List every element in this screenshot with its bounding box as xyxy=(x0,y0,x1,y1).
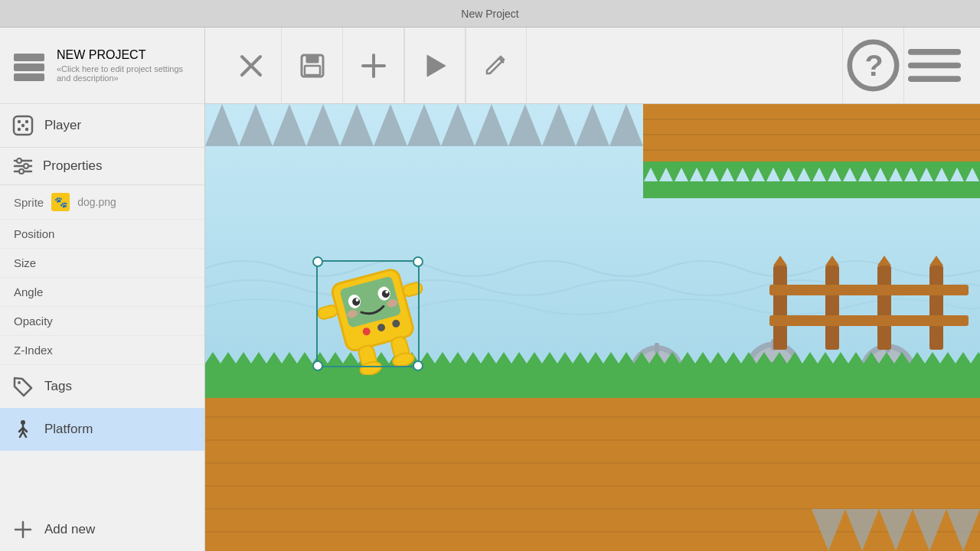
close-button[interactable] xyxy=(220,28,282,104)
project-header[interactable]: NEW PROJECT «Click here to edit project … xyxy=(0,28,204,104)
help-button[interactable]: ? xyxy=(842,28,903,104)
sliders-icon xyxy=(12,155,34,177)
svg-point-6 xyxy=(18,128,21,131)
selection-box xyxy=(316,260,420,367)
svg-marker-31 xyxy=(427,55,446,77)
sidebar-item-tags[interactable]: Tags xyxy=(0,365,204,408)
add-scene-button[interactable] xyxy=(343,28,404,104)
svg-marker-79 xyxy=(929,256,943,266)
menu-button[interactable] xyxy=(903,28,965,104)
svg-marker-78 xyxy=(877,256,891,266)
svg-marker-41 xyxy=(643,160,980,183)
svg-text:?: ? xyxy=(865,48,884,82)
sidebar-item-properties[interactable]: Properties xyxy=(0,147,204,185)
svg-point-13 xyxy=(24,164,28,168)
title-text: New Project xyxy=(461,8,518,20)
svg-rect-1 xyxy=(14,64,44,71)
svg-point-8 xyxy=(21,124,24,127)
sidebar-item-add-new[interactable]: Add new xyxy=(0,508,204,551)
sel-handle-br[interactable] xyxy=(413,360,423,371)
dice-icon xyxy=(12,115,34,136)
bottom-spikes xyxy=(812,509,980,551)
svg-marker-76 xyxy=(773,256,787,266)
walk-icon xyxy=(12,419,34,440)
svg-rect-75 xyxy=(929,266,943,350)
prop-z-index[interactable]: Z-Index xyxy=(0,336,204,365)
svg-rect-42 xyxy=(643,181,980,198)
prop-position[interactable]: Position xyxy=(0,220,204,249)
game-scene xyxy=(205,104,980,551)
top-platform-dirt xyxy=(643,104,980,161)
save-button[interactable] xyxy=(282,28,343,104)
fence xyxy=(766,254,972,354)
project-name: NEW PROJECT xyxy=(57,48,194,62)
edit-button[interactable] xyxy=(466,28,527,104)
sel-handle-bl[interactable] xyxy=(312,360,323,371)
svg-rect-74 xyxy=(877,266,891,350)
player-character[interactable] xyxy=(312,253,435,375)
layers-icon xyxy=(11,47,47,84)
properties-list: Sprite 🐾 dog.png Position Size Angle Opa… xyxy=(0,185,204,365)
svg-rect-2 xyxy=(14,73,44,81)
svg-rect-27 xyxy=(306,55,318,63)
main-layout: NEW PROJECT «Click here to edit project … xyxy=(0,28,980,551)
svg-point-12 xyxy=(17,158,21,163)
sprite-label: Sprite xyxy=(14,196,44,209)
svg-rect-0 xyxy=(14,54,44,61)
sel-handle-tr[interactable] xyxy=(413,256,423,267)
tags-label: Tags xyxy=(44,379,72,394)
ground-dirt xyxy=(205,398,980,551)
player-label: Player xyxy=(44,118,81,133)
sel-handle-tl[interactable] xyxy=(312,256,323,267)
svg-point-5 xyxy=(25,120,28,123)
toolbar: ? xyxy=(205,28,980,104)
prop-opacity[interactable]: Opacity xyxy=(0,307,204,336)
add-new-label: Add new xyxy=(44,522,95,537)
svg-rect-28 xyxy=(305,66,320,75)
svg-point-14 xyxy=(19,169,24,174)
sidebar-item-platform[interactable]: Platform xyxy=(0,408,204,451)
svg-point-4 xyxy=(18,120,21,123)
svg-point-7 xyxy=(25,128,28,131)
sidebar: NEW PROJECT «Click here to edit project … xyxy=(0,28,205,551)
sprite-thumb: 🐾 xyxy=(51,193,70,211)
properties-label: Properties xyxy=(43,158,102,174)
svg-rect-73 xyxy=(825,266,839,350)
svg-rect-80 xyxy=(769,285,969,295)
plus-icon xyxy=(12,519,34,540)
svg-point-15 xyxy=(18,381,21,384)
svg-rect-81 xyxy=(769,315,969,326)
svg-marker-77 xyxy=(825,256,839,266)
platform-label: Platform xyxy=(44,422,93,437)
content-area: ? xyxy=(205,28,980,551)
project-subtitle: «Click here to edit project settings and… xyxy=(57,64,194,83)
title-bar: New Project xyxy=(0,0,980,28)
svg-rect-72 xyxy=(773,266,787,350)
sprite-value: dog.png xyxy=(77,196,116,208)
prop-size[interactable]: Size xyxy=(0,249,204,278)
main-ground xyxy=(205,352,980,551)
prop-sprite[interactable]: Sprite 🐾 dog.png xyxy=(0,185,204,220)
top-platform xyxy=(643,104,980,188)
play-button[interactable] xyxy=(404,28,466,104)
project-title-block: NEW PROJECT «Click here to edit project … xyxy=(57,48,194,83)
prop-angle[interactable]: Angle xyxy=(0,278,204,307)
svg-line-21 xyxy=(23,432,26,437)
tag-icon xyxy=(12,376,34,397)
sidebar-item-player[interactable]: Player xyxy=(0,104,204,147)
